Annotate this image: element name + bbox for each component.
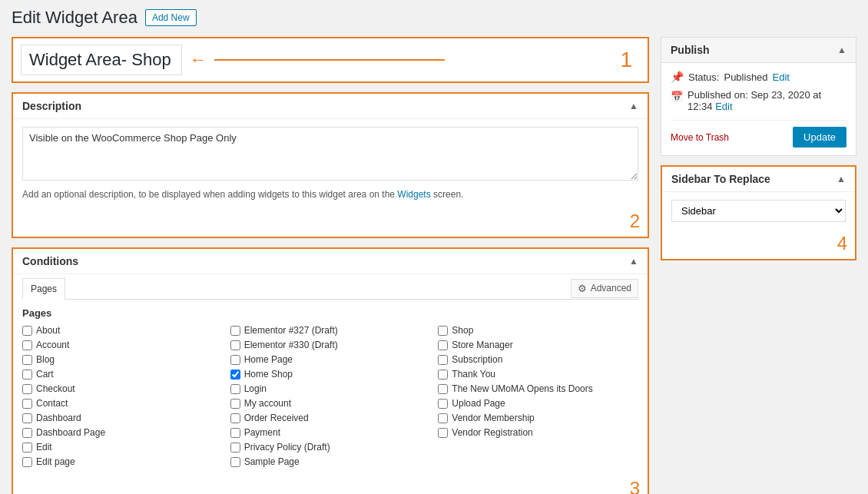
- description-collapse-icon[interactable]: ▲: [629, 101, 638, 111]
- publish-actions: Move to Trash Update: [671, 120, 846, 148]
- list-item[interactable]: Blog: [22, 354, 223, 365]
- sidebar-select[interactable]: SidebarFooter LeftFooter RightHeader: [671, 200, 846, 222]
- publish-date-row: 📅 Published on: Sep 23, 2020 at 12:34 Ed…: [671, 89, 846, 112]
- list-item[interactable]: My account: [230, 398, 431, 409]
- list-item[interactable]: Elementor #327 (Draft): [230, 325, 431, 336]
- list-item[interactable]: Payment: [230, 427, 431, 438]
- list-item[interactable]: Account: [22, 340, 223, 350]
- publish-date-edit-link[interactable]: Edit: [715, 101, 732, 112]
- list-item[interactable]: Vendor Registration: [438, 427, 638, 438]
- conditions-heading: Conditions: [22, 255, 78, 267]
- description-heading: Description: [22, 100, 81, 112]
- publish-date-text: Published on: Sep 23, 2020 at 12:34: [687, 89, 821, 112]
- list-item[interactable]: About: [22, 325, 223, 336]
- list-item[interactable]: Cart: [22, 369, 223, 380]
- list-item[interactable]: Edit: [22, 442, 223, 453]
- section-number-2: 2: [13, 207, 648, 237]
- update-button[interactable]: Update: [793, 127, 846, 148]
- list-item[interactable]: Home Page: [230, 354, 431, 365]
- status-label: Status:: [688, 71, 719, 83]
- section-number-3: 3: [13, 475, 648, 494]
- title-section: ← 1: [12, 37, 649, 83]
- page-title: Edit Widget Area: [12, 8, 137, 28]
- section-number-1: 1: [620, 48, 640, 72]
- description-textarea[interactable]: Visible on the WooCommerce Shop Page Onl…: [22, 127, 638, 181]
- title-arrow: ←: [190, 50, 612, 70]
- list-item[interactable]: Edit page: [22, 456, 223, 467]
- list-item[interactable]: Home Shop: [230, 369, 431, 380]
- sidebar-to-replace-section: Sidebar To Replace ▲ SidebarFooter LeftF…: [661, 165, 856, 260]
- arrow-left-icon: ←: [190, 50, 207, 70]
- calendar-icon: 📅: [671, 91, 683, 102]
- status-edit-link[interactable]: Edit: [773, 71, 790, 83]
- list-item[interactable]: Checkout: [22, 383, 223, 394]
- advanced-button[interactable]: ⚙ Advanced: [571, 279, 638, 298]
- sidebar-to-replace-heading: Sidebar To Replace: [671, 173, 770, 185]
- description-section: Description ▲ Visible on the WooCommerce…: [12, 92, 649, 238]
- pages-tab[interactable]: Pages: [22, 278, 65, 300]
- conditions-section: Conditions ▲ Pages ⚙ Advanced Pages Abou…: [12, 247, 649, 494]
- list-item[interactable]: Dashboard Page: [22, 427, 223, 438]
- list-item[interactable]: Vendor Membership: [438, 413, 638, 423]
- pages-grid: AboutAccountBlogCartCheckoutContactDashb…: [22, 325, 638, 467]
- list-item[interactable]: Order Received: [230, 413, 431, 423]
- description-hint: Add an optional description, to be displ…: [22, 189, 638, 200]
- sidebar-to-replace-header: Sidebar To Replace ▲: [662, 167, 855, 192]
- pages-label: Pages: [22, 307, 638, 319]
- list-item[interactable]: Subscription: [438, 354, 638, 365]
- list-item[interactable]: Shop: [438, 325, 638, 336]
- list-item[interactable]: Dashboard: [22, 413, 223, 423]
- section-number-4: 4: [662, 230, 855, 259]
- sidebar-collapse-icon[interactable]: ▲: [837, 174, 846, 184]
- list-item[interactable]: The New UMoMA Opens its Doors: [438, 383, 638, 394]
- widget-area-title-input[interactable]: [21, 45, 182, 75]
- conditions-section-header: Conditions ▲: [13, 249, 648, 274]
- status-row: 📌 Status: Published Edit: [671, 71, 846, 83]
- list-item[interactable]: Contact: [22, 398, 223, 409]
- list-item[interactable]: Upload Page: [438, 398, 638, 409]
- gear-icon: ⚙: [578, 283, 587, 294]
- publish-collapse-icon[interactable]: ▲: [837, 45, 846, 55]
- list-item[interactable]: Sample Page: [230, 456, 431, 467]
- conditions-collapse-icon[interactable]: ▲: [629, 256, 638, 267]
- pin-icon: 📌: [671, 71, 684, 83]
- list-item[interactable]: Login: [230, 383, 431, 394]
- description-section-header: Description ▲: [13, 94, 648, 119]
- widgets-link[interactable]: Widgets: [397, 189, 430, 200]
- list-item[interactable]: Thank You: [438, 369, 638, 380]
- list-item[interactable]: Store Manager: [438, 340, 638, 350]
- list-item[interactable]: Elementor #330 (Draft): [230, 340, 431, 350]
- move-to-trash-link[interactable]: Move to Trash: [671, 132, 729, 143]
- list-item[interactable]: Privacy Policy (Draft): [230, 442, 431, 453]
- publish-section: Publish ▲ 📌 Status: Published Edit 📅 Pub…: [661, 37, 856, 156]
- publish-heading: Publish: [671, 44, 710, 56]
- status-value: Published: [724, 71, 767, 83]
- publish-header: Publish ▲: [661, 38, 856, 63]
- add-new-button[interactable]: Add New: [145, 9, 197, 26]
